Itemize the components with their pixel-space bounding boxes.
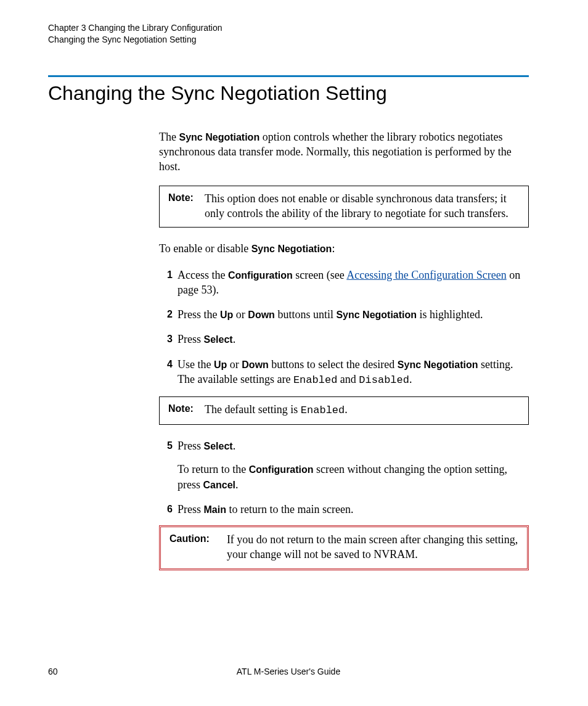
text: or (233, 308, 248, 321)
step-number: 1 (159, 268, 173, 282)
text: Press the (178, 308, 220, 321)
page: Chapter 3 Changing the Library Configura… (0, 0, 588, 706)
step-5: 5 Press Select. To return to the Configu… (159, 438, 529, 492)
button-select: Select (204, 334, 233, 345)
text: and (337, 373, 359, 385)
text: Press (178, 503, 204, 515)
text: The (159, 131, 179, 143)
step-list: 1 Access the Configuration screen (see A… (159, 268, 529, 570)
step-number: 3 (159, 332, 173, 346)
section-rule (48, 75, 529, 77)
text: Access the (178, 269, 228, 281)
text: to return to the main screen. (226, 503, 353, 515)
step-number: 2 (159, 308, 173, 321)
text: . (233, 333, 236, 345)
note-text: The default setting is Enabled. (205, 402, 520, 418)
button-down: Down (248, 310, 275, 320)
page-footer: 60 ATL M-Series User's Guide (48, 667, 529, 676)
text: To enable or disable (159, 242, 251, 255)
text: . (409, 373, 412, 385)
text: buttons until (275, 308, 337, 321)
header-chapter: Chapter 3 Changing the Library Configura… (48, 22, 529, 34)
button-up: Up (220, 310, 233, 320)
text: : (332, 242, 335, 255)
caution-box: Caution: If you do not return to the mai… (159, 525, 529, 570)
term-sync-negotiation: Sync Negotiation (336, 310, 417, 320)
value-enabled: Enabled (301, 404, 345, 416)
step-5-extra: To return to the Configuration screen wi… (178, 462, 529, 492)
term-configuration: Configuration (249, 464, 314, 475)
text: buttons to select the desired (269, 358, 398, 371)
note-box: Note: The default setting is Enabled. (159, 396, 529, 425)
section-title: Changing the Sync Negotiation Setting (48, 82, 529, 105)
step-2: 2 Press the Up or Down buttons until Syn… (159, 307, 529, 322)
text: is highlighted. (417, 308, 483, 321)
value-disabled: Disabled (359, 374, 409, 386)
running-header: Chapter 3 Changing the Library Configura… (48, 22, 529, 46)
text: screen (see (293, 269, 346, 281)
body: The Sync Negotiation option controls whe… (159, 129, 529, 570)
text: or (227, 358, 242, 371)
button-cancel: Cancel (203, 480, 235, 490)
note-label: Note: (168, 191, 205, 205)
step-number: 5 (159, 439, 173, 453)
text: The default setting is (205, 403, 301, 416)
text: Press (178, 333, 204, 345)
note-label: Note: (168, 402, 205, 416)
term-sync-negotiation: Sync Negotiation (398, 359, 478, 370)
intro-paragraph: The Sync Negotiation option controls whe… (159, 129, 529, 174)
button-up: Up (214, 359, 227, 370)
value-enabled: Enabled (293, 374, 337, 386)
lead-in: To enable or disable Sync Negotiation: (159, 241, 529, 256)
step-4: 4 Use the Up or Down buttons to select t… (159, 357, 529, 425)
button-select: Select (204, 441, 233, 451)
note-box: Note: This option does not enable or dis… (159, 186, 529, 228)
text: Use the (178, 358, 214, 371)
term-configuration: Configuration (228, 270, 293, 281)
term-sync-negotiation: Sync Negotiation (179, 132, 259, 142)
step-6: 6 Press Main to return to the main scree… (159, 502, 529, 570)
term-sync-negotiation: Sync Negotiation (251, 244, 332, 254)
caution-label: Caution: (169, 532, 227, 546)
page-number: 60 (48, 667, 58, 676)
footer-title: ATL M-Series User's Guide (48, 667, 529, 676)
link-accessing-config-screen[interactable]: Accessing the Configuration Screen (346, 269, 506, 281)
note-text: This option does not enable or disable s… (205, 191, 520, 221)
header-section: Changing the Sync Negotiation Setting (48, 34, 529, 46)
step-1: 1 Access the Configuration screen (see A… (159, 268, 529, 298)
button-main: Main (204, 504, 226, 515)
step-number: 6 (159, 503, 173, 516)
text: . (345, 403, 348, 416)
step-3: 3 Press Select. (159, 332, 529, 347)
button-down: Down (242, 359, 269, 370)
text: . (235, 478, 239, 491)
text: To return to the (178, 463, 249, 475)
text: . (233, 440, 236, 452)
text: Press (178, 440, 204, 452)
step-number: 4 (159, 358, 173, 371)
caution-text: If you do not return to the main screen … (227, 532, 518, 562)
